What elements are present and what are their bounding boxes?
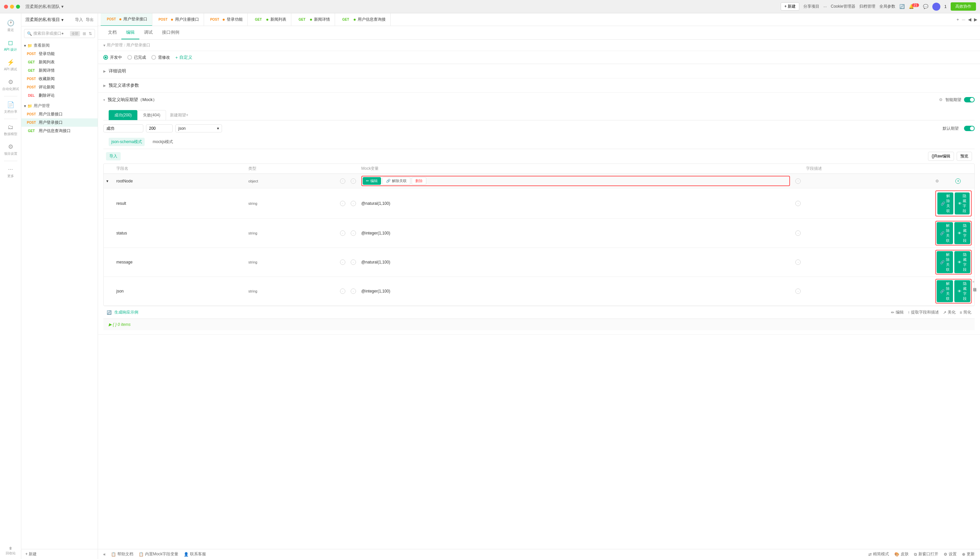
tab-user-login[interactable]: POST 用户登录接口 [101, 13, 152, 26]
dot-button[interactable]: · [351, 201, 356, 206]
chevron-down-icon[interactable]: ▾ [106, 179, 108, 184]
mock-vars-button[interactable]: 📋 内置Mock字段变量 [139, 551, 179, 557]
add-tab-button[interactable]: + [957, 17, 959, 22]
dot-button[interactable]: · [795, 288, 801, 294]
mock-success-input[interactable] [103, 124, 144, 132]
efficient-coop-button[interactable]: 高效协作 [951, 2, 976, 11]
list-item[interactable]: GET 用户信息查询接口 [21, 127, 98, 135]
sidebar-item-recent[interactable]: 🕐 最近 [0, 16, 21, 36]
tab-next-button[interactable]: ▶ [974, 17, 977, 22]
tree-group-user-header[interactable]: ▾ 📁 用户管理 [21, 101, 98, 110]
project-title[interactable]: 涅柔斯的私有项目 ▾ [25, 17, 64, 23]
dot-button[interactable]: · [340, 288, 345, 294]
list-item[interactable]: POST 评论新闻 [21, 83, 98, 91]
customer-service-button[interactable]: 👤 联系客服 [184, 551, 206, 557]
dot-button[interactable]: · [351, 179, 356, 184]
unlink-field-button[interactable]: 🔗 解除关联 [937, 280, 953, 302]
mock-format-select[interactable]: json ▾ [175, 124, 222, 132]
more-update-button[interactable]: ⊕ 更新 [962, 551, 975, 557]
tree-group-news-header[interactable]: ▾ 📁 查看新闻 [21, 41, 98, 50]
tab-user-info[interactable]: GET 用户信息查询接 [335, 13, 391, 26]
list-item-active[interactable]: POST 用户登录接口 [21, 118, 98, 127]
archive-button[interactable]: 归档管理 [860, 4, 875, 9]
raw-edit-button[interactable]: {}Raw编辑 [928, 152, 954, 161]
sidebar-item-more[interactable]: ··· 更多 [0, 162, 21, 182]
sidebar-item-doc-share[interactable]: 📄 文档分享 [0, 98, 21, 117]
sidebar-item-api-test[interactable]: ⚡ API 调试 [0, 55, 21, 75]
tab-doc[interactable]: 文档 [103, 26, 121, 40]
list-item[interactable]: GET 新闻详情 [21, 66, 98, 75]
tab-login-func[interactable]: POST 登录功能 [204, 13, 247, 26]
list-item[interactable]: POST 收藏新闻 [21, 75, 98, 83]
filter-button[interactable]: 全部 [70, 31, 80, 36]
recycle-bin[interactable]: 🗑 回收站 [6, 543, 16, 559]
list-item[interactable]: DEL 删除评论 [21, 91, 98, 100]
unlink-field-button[interactable]: 🔗 解除关联 [937, 192, 954, 215]
refresh-icon[interactable]: 🔄 [899, 4, 905, 9]
hide-field-button[interactable]: 👁 隐藏字段 [954, 280, 970, 302]
tab-prev-button[interactable]: ◀ [968, 17, 971, 22]
dot-button[interactable]: · [795, 260, 801, 265]
dot-button[interactable]: · [351, 230, 356, 236]
gear-icon[interactable]: ⚙ [935, 179, 939, 184]
list-item[interactable]: GET 新闻列表 [21, 58, 98, 66]
new-window-button[interactable]: ⧉ 新窗口打开 [914, 551, 938, 557]
mock-tab-success[interactable]: 成功(200) [109, 110, 137, 120]
mock-status-code-input[interactable] [146, 124, 173, 132]
sidebar-item-auto-test[interactable]: ⚙ 自动化测试 [0, 75, 21, 95]
new-api-button[interactable]: + 新建 [21, 549, 98, 559]
tab-news-detail[interactable]: GET 新闻详情 [291, 13, 335, 26]
new-expect-button[interactable]: 新建期望+ [166, 111, 192, 120]
import-button[interactable]: 导入 [75, 17, 83, 23]
settings-button[interactable]: ⚙ 设置 [944, 551, 957, 557]
sidebar-item-data-model[interactable]: 🗂 数据模型 [0, 121, 21, 140]
status-in-progress[interactable]: 开发中 [103, 55, 122, 60]
message-icon[interactable]: 💬 [923, 4, 928, 9]
tab-more-button[interactable]: ··· [962, 17, 965, 22]
new-button[interactable]: + 新建 [781, 2, 799, 11]
unlink-button[interactable]: 🔗 解除关联 [382, 177, 410, 185]
import-button[interactable]: 导入 [106, 152, 120, 160]
mock-section-header[interactable]: ▾ 预定义响应期望（Mock） ⚙ 智能期望 [98, 93, 980, 107]
dot-button[interactable]: · [351, 288, 356, 294]
dot-button[interactable]: · [340, 179, 345, 184]
simplify-button[interactable]: ≡ 简化 [960, 309, 971, 315]
default-expect-toggle[interactable] [964, 126, 975, 131]
sidebar-item-api-design[interactable]: ◻ API 设计 [0, 36, 21, 55]
dot-button[interactable]: · [340, 230, 345, 236]
layout-icon[interactable]: ⊞ [82, 31, 86, 36]
sort-icon[interactable]: ⇅ [89, 31, 92, 36]
list-item[interactable]: POST 登录功能 [21, 50, 98, 58]
hide-field-button[interactable]: 👁 隐藏字段 [954, 251, 970, 273]
minimize-button[interactable] [10, 5, 14, 9]
generate-example-button[interactable]: 🔄 生成响应示例 ✏ 编辑 ↑ 提取字段和描述 [103, 306, 975, 319]
request-params-header[interactable]: ▶ 预定义请求参数 [98, 78, 980, 93]
preview-button[interactable]: 预览 [957, 152, 972, 161]
search-bar[interactable]: 🔍 搜索目录或接口● 全部 ⊞ ⇅ [24, 29, 95, 38]
smart-expect-toggle[interactable] [964, 97, 975, 103]
dot-button[interactable]: · [795, 179, 801, 184]
skin-button[interactable]: 🎨 皮肤 [894, 551, 909, 557]
maximize-button[interactable] [16, 5, 20, 9]
tab-user-register[interactable]: POST 用户注册接口 [152, 13, 204, 26]
export-button[interactable]: 导出 [86, 17, 94, 23]
status-needs-fix[interactable]: 需修改 [151, 55, 170, 60]
simple-mode-button[interactable]: ⇄ 精简模式 [868, 551, 889, 557]
detail-section-header[interactable]: ▶ 详细说明 [98, 64, 980, 78]
dot-button[interactable]: · [795, 201, 801, 206]
beautify-button[interactable]: ↗ 美化 [943, 309, 956, 315]
expand-icon[interactable]: ▶ [109, 322, 112, 327]
more-menu-button[interactable]: ··· [823, 4, 827, 9]
delete-button[interactable]: 删除 [412, 177, 426, 185]
help-doc-button[interactable]: 📋 帮助文档 [111, 551, 133, 557]
dot-button[interactable]: · [795, 230, 801, 236]
cookie-manager-button[interactable]: Cookie管理器 [831, 4, 855, 9]
tab-edit[interactable]: 编辑 [121, 26, 139, 40]
tab-examples[interactable]: 接口例例 [157, 26, 184, 40]
breadcrumb-dropdown-icon[interactable]: ▾ [103, 43, 106, 48]
close-button[interactable] [4, 5, 8, 9]
collapse-right-button[interactable]: » [972, 280, 977, 283]
status-custom[interactable]: + 自定义 [175, 55, 192, 60]
unlink-field-button[interactable]: 🔗 解除关联 [937, 222, 953, 244]
tab-news-list[interactable]: GET 新闻列表 [247, 13, 291, 26]
